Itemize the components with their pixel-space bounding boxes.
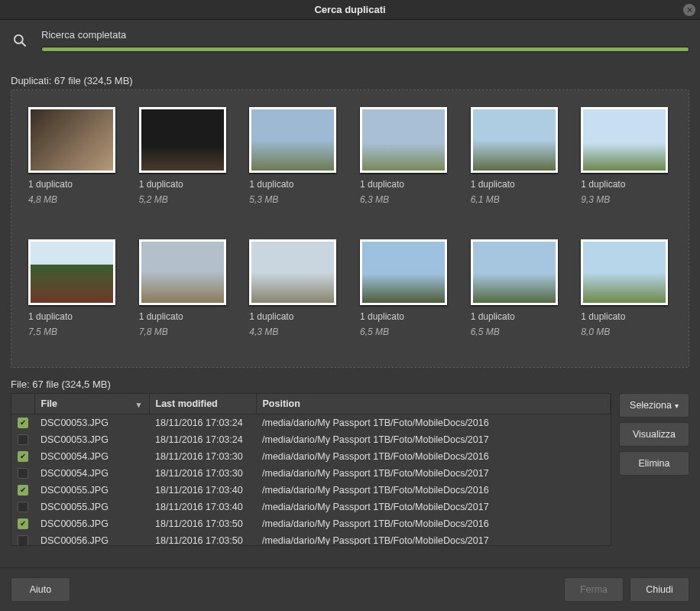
thumbnail-item[interactable]: 1 duplicato5,2 MB xyxy=(139,107,230,218)
thumbnail-size: 6,5 MB xyxy=(360,327,451,337)
thumbnail-size: 4,8 MB xyxy=(28,194,119,205)
thumbnail-dup-label: 1 duplicato xyxy=(28,311,119,322)
thumbnail-image[interactable] xyxy=(28,239,115,305)
thumbnail-image[interactable] xyxy=(139,107,226,173)
stop-label: Ferma xyxy=(580,584,608,595)
row-checkbox[interactable] xyxy=(18,468,28,479)
col-position[interactable]: Position xyxy=(256,394,611,414)
cell-modified: 18/11/2016 17:03:40 xyxy=(149,482,256,499)
thumbnail-image[interactable] xyxy=(139,239,226,305)
files-table-wrap[interactable]: File ▼ Last modified Position ✔DSC00053.… xyxy=(11,393,611,546)
cell-modified: 18/11/2016 17:03:50 xyxy=(149,515,256,532)
select-label: Seleziona xyxy=(630,400,672,411)
search-icon xyxy=(11,33,29,48)
thumbnail-image[interactable] xyxy=(471,239,558,305)
thumbnail-image[interactable] xyxy=(249,239,336,305)
cell-position: /media/dario/My Passport 1TB/Foto/Mobile… xyxy=(256,515,611,532)
footer: Aiuto Ferma Chiudi xyxy=(0,567,700,611)
thumbnail-dup-label: 1 duplicato xyxy=(471,311,562,322)
thumbnail-item[interactable]: 1 duplicato6,5 MB xyxy=(360,239,451,350)
stop-button: Ferma xyxy=(564,577,624,602)
thumbnail-dup-label: 1 duplicato xyxy=(28,179,119,190)
col-file[interactable]: File ▼ xyxy=(34,394,149,414)
cell-position: /media/dario/My Passport 1TB/Foto/Mobile… xyxy=(256,532,611,547)
thumbnail-image[interactable] xyxy=(28,107,115,173)
progress-bar xyxy=(41,47,689,52)
row-checkbox[interactable]: ✔ xyxy=(18,518,28,529)
files-table: File ▼ Last modified Position ✔DSC00053.… xyxy=(11,394,611,546)
table-row[interactable]: DSC00056.JPG18/11/2016 17:03:50/media/da… xyxy=(11,532,611,547)
side-buttons: Seleziona ▾ Visualizza Elimina xyxy=(619,393,689,546)
row-checkbox[interactable] xyxy=(18,535,28,546)
col-file-label: File xyxy=(41,398,58,409)
thumbnail-item[interactable]: 1 duplicato4,3 MB xyxy=(249,239,340,350)
row-checkbox[interactable] xyxy=(18,434,28,445)
thumbnail-dup-label: 1 duplicato xyxy=(360,311,451,322)
table-row[interactable]: DSC00053.JPG18/11/2016 17:03:24/media/da… xyxy=(11,431,611,448)
duplicates-heading: Duplicati: 67 file (324,5 MB) xyxy=(0,75,700,89)
search-status-text: Ricerca completata xyxy=(41,29,689,41)
thumbnail-item[interactable]: 1 duplicato9,3 MB xyxy=(581,107,672,218)
thumbnail-grid[interactable]: 1 duplicato4,8 MB1 duplicato5,2 MB1 dupl… xyxy=(11,90,689,367)
close-icon[interactable]: ✕ xyxy=(683,4,695,16)
thumbnail-image[interactable] xyxy=(360,107,447,173)
thumbnail-dup-label: 1 duplicato xyxy=(139,179,230,190)
thumbnail-dup-label: 1 duplicato xyxy=(581,179,672,190)
thumbnail-image[interactable] xyxy=(471,107,558,173)
view-button[interactable]: Visualizza xyxy=(619,422,689,447)
thumbnail-size: 6,5 MB xyxy=(471,327,562,337)
row-checkbox[interactable] xyxy=(18,502,28,512)
table-row[interactable]: ✔DSC00054.JPG18/11/2016 17:03:30/media/d… xyxy=(11,448,611,465)
select-button[interactable]: Seleziona ▾ xyxy=(619,393,689,418)
files-area: File ▼ Last modified Position ✔DSC00053.… xyxy=(0,393,700,546)
col-modified-label: Last modified xyxy=(156,398,218,409)
search-status-row: Ricerca completata xyxy=(0,20,700,75)
cell-position: /media/dario/My Passport 1TB/Foto/Mobile… xyxy=(256,414,611,431)
thumbnail-size: 8,0 MB xyxy=(581,327,672,337)
titlebar: Cerca duplicati ✕ xyxy=(0,0,700,20)
thumbnail-dup-label: 1 duplicato xyxy=(139,311,230,322)
files-summary: 67 file (324,5 MB) xyxy=(32,379,111,390)
thumbnail-item[interactable]: 1 duplicato6,1 MB xyxy=(471,107,562,218)
table-row[interactable]: DSC00054.JPG18/11/2016 17:03:30/media/da… xyxy=(11,465,611,482)
table-row[interactable]: DSC00055.JPG18/11/2016 17:03:40/media/da… xyxy=(11,499,611,515)
thumbnail-dup-label: 1 duplicato xyxy=(360,179,451,190)
duplicates-summary: 67 file (324,5 MB) xyxy=(54,75,133,86)
thumbnail-image[interactable] xyxy=(581,107,668,173)
chevron-down-icon: ▾ xyxy=(675,401,679,410)
close-button[interactable]: Chiudi xyxy=(630,577,689,602)
table-row[interactable]: ✔DSC00055.JPG18/11/2016 17:03:40/media/d… xyxy=(11,482,611,499)
thumbnail-image[interactable] xyxy=(360,239,447,305)
col-checkbox[interactable] xyxy=(11,394,34,414)
thumbnail-item[interactable]: 1 duplicato4,8 MB xyxy=(28,107,119,218)
row-checkbox[interactable]: ✔ xyxy=(18,451,28,462)
col-modified[interactable]: Last modified xyxy=(149,394,256,414)
thumbnail-image[interactable] xyxy=(581,239,668,305)
thumbnail-item[interactable]: 1 duplicato7,8 MB xyxy=(139,239,230,350)
cell-position: /media/dario/My Passport 1TB/Foto/Mobile… xyxy=(256,482,611,499)
files-heading: File: 67 file (324,5 MB) xyxy=(0,379,700,393)
table-row[interactable]: ✔DSC00053.JPG18/11/2016 17:03:24/media/d… xyxy=(11,414,611,431)
thumbnail-image[interactable] xyxy=(249,107,336,173)
cell-modified: 18/11/2016 17:03:30 xyxy=(149,448,256,465)
thumbnail-item[interactable]: 1 duplicato6,3 MB xyxy=(360,107,451,218)
thumbnail-item[interactable]: 1 duplicato5,3 MB xyxy=(249,107,340,218)
progress-fill xyxy=(42,47,689,51)
help-button[interactable]: Aiuto xyxy=(11,577,70,602)
thumbnail-size: 7,8 MB xyxy=(139,327,230,337)
thumbnail-dup-label: 1 duplicato xyxy=(249,179,340,190)
thumbnail-item[interactable]: 1 duplicato7,5 MB xyxy=(28,239,119,350)
cell-file: DSC00056.JPG xyxy=(34,532,149,547)
row-checkbox[interactable]: ✔ xyxy=(18,485,28,496)
delete-button[interactable]: Elimina xyxy=(619,451,689,476)
cell-modified: 18/11/2016 17:03:40 xyxy=(149,499,256,515)
svg-line-1 xyxy=(22,43,26,47)
thumbnail-size: 7,5 MB xyxy=(28,327,119,337)
thumbnail-size: 5,2 MB xyxy=(139,194,230,205)
cell-position: /media/dario/My Passport 1TB/Foto/Mobile… xyxy=(256,431,611,448)
thumbnail-item[interactable]: 1 duplicato6,5 MB xyxy=(471,239,562,350)
cell-position: /media/dario/My Passport 1TB/Foto/Mobile… xyxy=(256,499,611,515)
thumbnail-item[interactable]: 1 duplicato8,0 MB xyxy=(581,239,672,350)
table-row[interactable]: ✔DSC00056.JPG18/11/2016 17:03:50/media/d… xyxy=(11,515,611,532)
row-checkbox[interactable]: ✔ xyxy=(18,418,28,428)
